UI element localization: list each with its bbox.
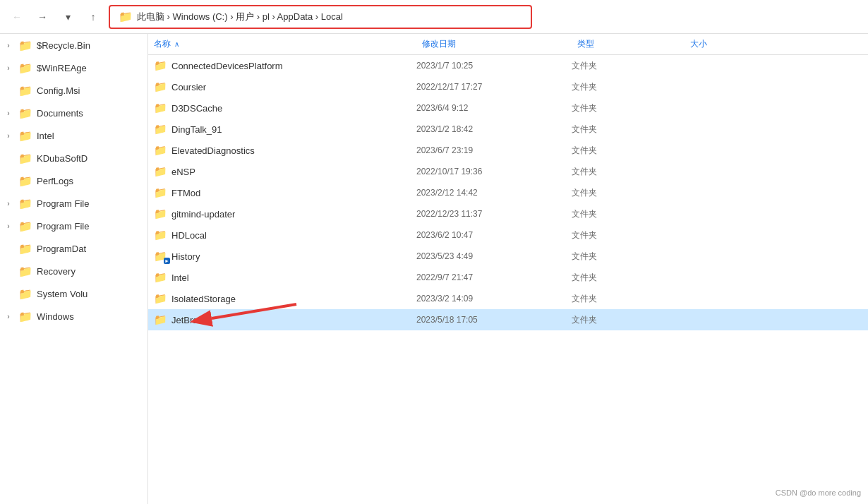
sidebar-item-intel[interactable]: ›📁Intel [0,124,147,147]
sidebar-item-programfiles2[interactable]: ›📁Program File [0,215,147,237]
sidebar-item-systemvol[interactable]: 📁System Volu [0,282,147,305]
expand-icon-programfiles2[interactable]: › [3,220,14,232]
file-type-9: 文件夹 [572,251,685,263]
sidebar-item-perflogs[interactable]: 📁PerfLogs [0,169,147,192]
file-type-7: 文件夹 [572,208,685,220]
sidebar-item-programfiles[interactable]: ›📁Program File [0,192,147,215]
file-date-6: 2023/2/12 14:42 [416,188,572,198]
expand-icon-recycle[interactable]: › [3,40,14,51]
file-date-7: 2022/12/23 11:37 [416,209,572,219]
file-type-6: 文件夹 [572,187,685,199]
expand-icon-programdat[interactable] [3,243,14,254]
file-folder-icon-3: 📁 [154,123,167,136]
folder-icon-config: 📁 [18,84,32,97]
col-header-date[interactable]: 修改日期 [416,37,572,52]
expand-icon-systemvol[interactable] [3,288,14,299]
folder-icon-recycle: 📁 [18,39,32,52]
recent-button[interactable]: ▾ [58,7,78,27]
sidebar: ›📁$Recycle.Bin›📁$WinREAge 📁Config.Msi›📁D… [0,34,148,504]
expand-icon-programfiles[interactable]: › [3,198,14,209]
table-row[interactable]: 📁Coursier2022/12/17 17:27文件夹 [148,76,868,97]
table-row[interactable]: 📁IsolatedStorage2023/3/2 14:09文件夹 [148,288,868,309]
table-row[interactable]: 📁Intel2022/9/7 21:47文件夹 [148,267,868,288]
table-row[interactable]: 📁HDLocal2023/6/2 10:47文件夹 [148,224,868,246]
sidebar-label-programfiles2: Program File [37,221,89,232]
sidebar-item-documents[interactable]: ›📁Documents [0,102,147,124]
file-folder-icon-5: 📁 [154,165,167,178]
up-button[interactable]: ↑ [83,7,103,27]
expand-icon-windows[interactable]: › [3,311,14,322]
table-row[interactable]: 📁gitmind-updater2022/12/23 11:37文件夹 [148,203,868,224]
column-headers: 名称 ∧ 修改日期 类型 大小 [148,34,868,55]
col-header-size[interactable]: 大小 [685,37,868,52]
sidebar-item-winreage[interactable]: ›📁$WinREAge [0,56,147,79]
folder-icon-programfiles: 📁 [18,197,32,210]
expand-icon-recovery[interactable] [3,265,14,277]
folder-icon-recovery: 📁 [18,265,32,278]
file-name-cell-12: 📁JetBrains [148,313,416,326]
folder-icon-programfiles2: 📁 [18,220,32,233]
file-folder-icon-6: 📁 [154,186,167,199]
file-name-text-10: Intel [171,272,189,283]
file-badge-icon-9: ► [164,258,170,264]
sidebar-item-config[interactable]: 📁Config.Msi [0,79,147,102]
breadcrumb-folder-icon: 📁 [119,10,133,23]
sidebar-item-recycle[interactable]: ›📁$Recycle.Bin [0,34,147,56]
sidebar-label-recycle: $Recycle.Bin [37,40,90,51]
file-name-text-5: eNSP [171,167,195,177]
sidebar-item-kduba[interactable]: 📁KDubaSoftD [0,147,147,169]
sort-indicator: ∧ [174,40,179,48]
file-name-text-4: ElevatedDiagnostics [171,145,255,156]
expand-icon-perflogs[interactable] [3,175,14,186]
expand-icon-winreage[interactable]: › [3,62,14,73]
sidebar-label-documents: Documents [37,108,83,119]
watermark: CSDN @do more coding [776,488,861,497]
file-name-cell-4: 📁ElevatedDiagnostics [148,144,416,157]
file-folder-icon-11: 📁 [154,292,167,305]
file-list-wrapper: 名称 ∧ 修改日期 类型 大小 📁ConnectedDevicesPlatfor… [148,34,868,330]
sidebar-item-programdat[interactable]: 📁ProgramDat [0,237,147,260]
file-date-1: 2022/12/17 17:27 [416,82,572,92]
folder-icon-documents: 📁 [18,107,32,120]
file-date-8: 2023/6/2 10:47 [416,230,572,240]
forward-button[interactable]: → [32,7,52,27]
file-date-9: 2023/5/23 4:49 [416,251,572,261]
file-name-cell-9: 📁►History [148,250,416,263]
file-name-text-1: Coursier [171,82,206,92]
col-header-name[interactable]: 名称 ∧ [148,37,416,52]
breadcrumb[interactable]: 📁 此电脑 › Windows (C:) › 用户 › pl › AppData… [109,5,532,29]
file-date-12: 2023/5/18 17:05 [416,315,572,325]
file-type-3: 文件夹 [572,124,685,136]
col-header-type[interactable]: 类型 [572,37,685,52]
file-type-4: 文件夹 [572,145,685,157]
file-date-2: 2023/6/4 9:12 [416,103,572,113]
folder-icon-kduba: 📁 [18,152,32,165]
expand-icon-documents[interactable]: › [3,107,14,119]
file-date-0: 2023/1/7 10:25 [416,61,572,71]
table-row[interactable]: 📁ConnectedDevicesPlatform2023/1/7 10:25文… [148,55,868,76]
table-row[interactable]: 📁ElevatedDiagnostics2023/6/7 23:19文件夹 [148,140,868,161]
table-row[interactable]: 📁D3DSCache2023/6/4 9:12文件夹 [148,97,868,119]
table-row[interactable]: 📁JetBrains2023/5/18 17:05文件夹 [148,309,868,330]
sidebar-label-recovery: Recovery [37,266,76,277]
back-button[interactable]: ← [7,7,27,27]
file-folder-icon-0: 📁 [154,59,167,72]
file-type-11: 文件夹 [572,293,685,305]
sidebar-item-windows[interactable]: ›📁Windows [0,305,147,328]
file-name-text-0: ConnectedDevicesPlatform [171,61,283,71]
expand-icon-intel[interactable]: › [3,130,14,141]
table-row[interactable]: 📁DingTalk_912023/1/2 18:42文件夹 [148,119,868,140]
expand-icon-config[interactable] [3,85,14,96]
sidebar-item-recovery[interactable]: 📁Recovery [0,260,147,282]
file-folder-icon-10: 📁 [154,271,167,284]
expand-icon-kduba[interactable] [3,152,14,164]
file-name-cell-1: 📁Coursier [148,80,416,93]
table-row[interactable]: 📁eNSP2022/10/17 19:36文件夹 [148,161,868,182]
file-name-cell-2: 📁D3DSCache [148,102,416,114]
file-list: 名称 ∧ 修改日期 类型 大小 📁ConnectedDevicesPlatfor… [148,34,868,504]
sidebar-label-winreage: $WinREAge [37,63,87,73]
table-row[interactable]: 📁FTMod2023/2/12 14:42文件夹 [148,182,868,203]
sidebar-label-windows: Windows [37,311,74,322]
folder-icon-programdat: 📁 [18,242,32,256]
table-row[interactable]: 📁►History2023/5/23 4:49文件夹 [148,246,868,267]
